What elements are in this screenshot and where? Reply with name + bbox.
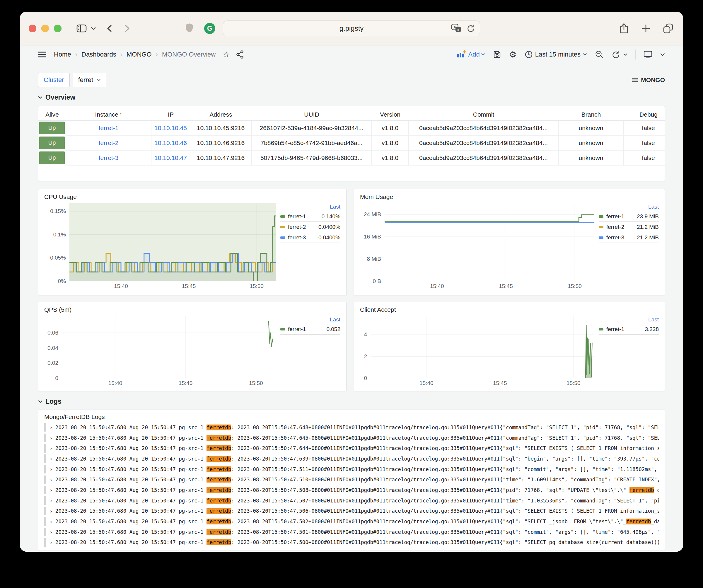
address-bar[interactable]: g.pigsty Aa bbox=[223, 20, 480, 36]
log-expand-chevron-icon[interactable]: › bbox=[50, 466, 53, 472]
legend-item-ferret-3[interactable]: ferret-321.2 MiB bbox=[599, 232, 659, 243]
cluster-variable-dropdown[interactable]: ferret bbox=[73, 73, 106, 87]
log-expand-chevron-icon[interactable]: › bbox=[50, 539, 53, 545]
log-expand-chevron-icon[interactable]: › bbox=[50, 508, 53, 514]
log-expand-chevron-icon[interactable]: › bbox=[50, 487, 53, 493]
log-row[interactable]: ›2023-08-20 15:50:47.680 Aug 20 15:50:47… bbox=[44, 422, 659, 433]
close-window-button[interactable] bbox=[29, 24, 36, 32]
zoom-out-time-icon[interactable] bbox=[595, 50, 604, 59]
add-panel-button[interactable]: Add bbox=[457, 50, 485, 59]
new-tab-icon[interactable] bbox=[641, 24, 650, 33]
log-row[interactable]: ›2023-08-20 15:50:47.680 Aug 20 15:50:47… bbox=[44, 443, 659, 453]
forward-button[interactable] bbox=[123, 23, 131, 33]
kiosk-tv-icon[interactable] bbox=[643, 50, 652, 59]
column-header-address[interactable]: Address bbox=[190, 109, 252, 121]
legend-item-ferret-1[interactable]: ferret-10.052 bbox=[280, 324, 340, 335]
log-row[interactable]: ›2023-08-20 15:50:47.680 Aug 20 15:50:47… bbox=[44, 516, 659, 527]
table-cell-ip[interactable]: 10.10.10.46 bbox=[151, 136, 190, 151]
refresh-dashboard-button[interactable] bbox=[612, 50, 627, 59]
sidebar-chevron-icon[interactable] bbox=[91, 27, 96, 30]
save-dashboard-icon[interactable] bbox=[493, 50, 501, 59]
x-tick-label: 15:50 bbox=[243, 380, 269, 386]
log-expand-chevron-icon[interactable]: › bbox=[50, 498, 53, 504]
accept-plot[interactable]: 15:4015:4515:50 bbox=[371, 316, 594, 378]
table-cell-instance[interactable]: ferret-1 bbox=[66, 121, 151, 136]
grammarly-extension-icon[interactable]: G bbox=[204, 23, 215, 34]
y-tick-label: 0.02 bbox=[48, 360, 58, 366]
column-header-instance[interactable]: Instance↑ bbox=[66, 109, 151, 121]
table-cell-debug: false bbox=[624, 121, 665, 136]
mega-menu-icon[interactable] bbox=[38, 51, 46, 58]
log-row[interactable]: ›2023-08-20 15:50:47.680 Aug 20 15:50:47… bbox=[44, 485, 659, 496]
breadcrumb-mongo[interactable]: MONGO bbox=[127, 51, 152, 58]
log-expand-chevron-icon[interactable]: › bbox=[50, 519, 53, 525]
share-dashboard-icon[interactable] bbox=[236, 50, 244, 59]
log-row[interactable]: ›2023-08-20 15:50:47.680 Aug 20 15:50:47… bbox=[44, 464, 659, 474]
share-icon[interactable] bbox=[619, 23, 629, 34]
column-header-branch[interactable]: Branch bbox=[559, 109, 624, 121]
ip-link[interactable]: 10.10.10.45 bbox=[154, 125, 187, 132]
minimize-window-button[interactable] bbox=[41, 24, 49, 32]
qps-legend: Lastferret-10.052 bbox=[280, 316, 340, 335]
column-header-alive[interactable]: Alive bbox=[38, 109, 66, 121]
breadcrumb-dashboards[interactable]: Dashboards bbox=[81, 51, 116, 58]
column-header-commit[interactable]: Commit bbox=[409, 109, 559, 121]
legend-series-name: ferret-3 bbox=[288, 234, 306, 241]
ip-link[interactable]: 10.10.10.46 bbox=[154, 139, 187, 146]
translate-icon[interactable]: Aa bbox=[451, 24, 462, 33]
mem-plot[interactable]: 15:4015:4515:50 bbox=[385, 203, 594, 281]
column-header-debug[interactable]: Debug bbox=[624, 109, 665, 121]
section-chevron-down-icon bbox=[38, 96, 43, 99]
time-range-picker[interactable]: Last 15 minutes bbox=[525, 50, 587, 59]
instance-link[interactable]: ferret-2 bbox=[99, 139, 119, 146]
ip-link[interactable]: 10.10.10.47 bbox=[154, 154, 187, 161]
tab-overview-icon[interactable] bbox=[663, 23, 673, 33]
log-expand-chevron-icon[interactable]: › bbox=[50, 477, 53, 483]
section-header-logs[interactable]: Logs bbox=[38, 397, 665, 406]
instance-link[interactable]: ferret-3 bbox=[99, 154, 119, 161]
log-row[interactable]: ›2023-08-20 15:50:47.680 Aug 20 15:50:47… bbox=[44, 453, 659, 464]
instance-link[interactable]: ferret-1 bbox=[99, 125, 119, 132]
legend-item-ferret-2[interactable]: ferret-221.2 MiB bbox=[599, 221, 659, 232]
y-tick-label: 0.04 bbox=[48, 345, 58, 351]
log-expand-chevron-icon[interactable]: › bbox=[50, 435, 53, 441]
log-row[interactable]: ›2023-08-20 15:50:47.680 Aug 20 15:50:47… bbox=[44, 506, 659, 517]
log-level-bar bbox=[44, 423, 46, 432]
log-row[interactable]: ›2023-08-20 15:50:47.680 Aug 20 15:50:47… bbox=[44, 496, 659, 506]
dashboard-links-mongo[interactable]: MONGO bbox=[631, 76, 665, 83]
legend-item-ferret-1[interactable]: ferret-10.140% bbox=[280, 211, 340, 221]
log-expand-chevron-icon[interactable]: › bbox=[50, 424, 53, 430]
legend-swatch bbox=[280, 215, 285, 218]
log-expand-chevron-icon[interactable]: › bbox=[50, 529, 53, 535]
panel-title: CPU Usage bbox=[44, 193, 340, 200]
legend-item-ferret-3[interactable]: ferret-30.0400% bbox=[280, 232, 340, 243]
fullscreen-window-button[interactable] bbox=[54, 24, 62, 32]
log-row[interactable]: ›2023-08-20 15:50:47.680 Aug 20 15:50:47… bbox=[44, 537, 659, 548]
breadcrumb-home[interactable]: Home bbox=[54, 51, 71, 58]
table-cell-instance[interactable]: ferret-3 bbox=[66, 151, 151, 165]
legend-item-ferret-1[interactable]: ferret-13.238 bbox=[599, 324, 659, 335]
log-row[interactable]: ›2023-08-20 15:50:47.680 Aug 20 15:50:47… bbox=[44, 433, 659, 443]
section-header-overview[interactable]: Overview bbox=[38, 93, 665, 101]
table-cell-ip[interactable]: 10.10.10.47 bbox=[151, 151, 190, 165]
favorite-star-icon[interactable]: ☆ bbox=[223, 51, 230, 59]
table-cell-instance[interactable]: ferret-2 bbox=[66, 136, 151, 151]
column-header-ip[interactable]: IP bbox=[151, 109, 190, 121]
legend-item-ferret-1[interactable]: ferret-123.9 MiB bbox=[599, 211, 659, 221]
log-expand-chevron-icon[interactable]: › bbox=[50, 445, 53, 451]
log-row[interactable]: ›2023-08-20 15:50:47.680 Aug 20 15:50:47… bbox=[44, 527, 659, 537]
qps-plot[interactable]: 15:4015:4515:50 bbox=[62, 316, 276, 378]
navbar-collapse-chevron-icon[interactable] bbox=[660, 53, 665, 56]
column-header-uuid[interactable]: UUID bbox=[252, 109, 372, 121]
cpu-plot[interactable]: 15:4015:4515:50 bbox=[69, 203, 276, 281]
log-expand-chevron-icon[interactable]: › bbox=[50, 456, 53, 462]
dashboard-settings-gear-icon[interactable]: ⚙ bbox=[509, 50, 517, 59]
reload-icon[interactable] bbox=[466, 24, 475, 33]
legend-item-ferret-2[interactable]: ferret-20.0400% bbox=[280, 221, 340, 232]
column-header-version[interactable]: Version bbox=[372, 109, 409, 121]
privacy-shield-icon[interactable] bbox=[185, 23, 193, 34]
sidebar-toggle-button[interactable] bbox=[76, 24, 87, 33]
table-cell-ip[interactable]: 10.10.10.45 bbox=[151, 121, 190, 136]
back-button[interactable] bbox=[106, 23, 113, 33]
log-row[interactable]: ›2023-08-20 15:50:47.680 Aug 20 15:50:47… bbox=[44, 474, 659, 485]
